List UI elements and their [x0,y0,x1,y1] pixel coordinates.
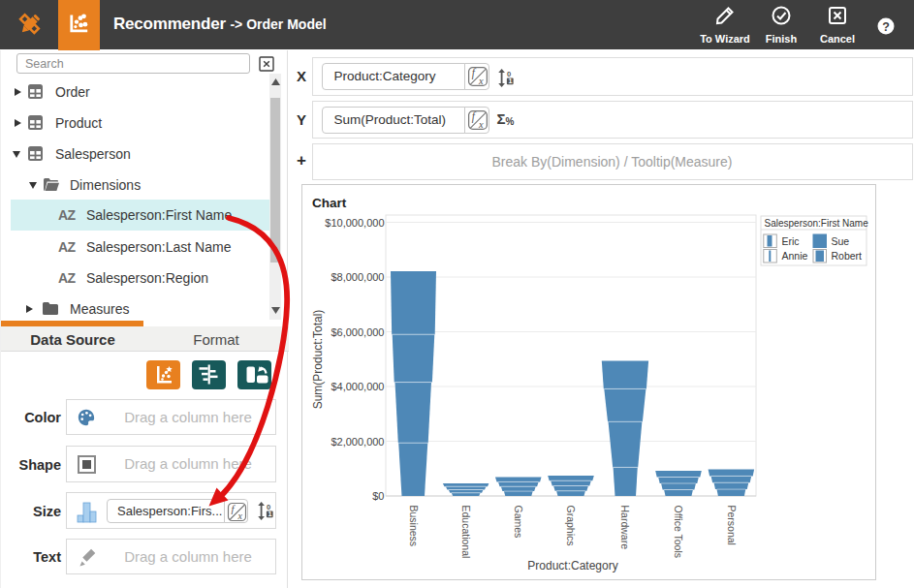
svg-text:$8,000,000: $8,000,000 [331,271,384,283]
svg-text:Salesperson:First Name: Salesperson:First Name [765,218,869,229]
svg-text:Hardware: Hardware [619,506,631,550]
svg-text:$6,000,000: $6,000,000 [331,326,384,338]
svg-text:$4,000,000: $4,000,000 [331,381,384,392]
svg-text:Robert: Robert [832,250,863,262]
svg-text:Sue: Sue [832,235,850,247]
svg-text:Annie: Annie [782,250,808,262]
svg-text:f: f [471,110,476,123]
svg-text:Chart: Chart [312,196,347,210]
svg-text:f: f [232,503,236,514]
svg-text:Product:Category: Product:Category [527,559,617,573]
svg-text:Sum(Product:Total): Sum(Product:Total) [311,310,325,410]
svg-text:Graphics: Graphics [565,506,577,546]
svg-text:Games: Games [513,506,524,539]
svg-text:?: ? [882,20,890,34]
svg-text:Business: Business [408,506,420,547]
svg-text:x: x [237,511,243,521]
svg-text:1: 1 [508,77,512,85]
svg-text:x: x [478,76,484,86]
svg-text:1: 1 [268,510,272,518]
svg-text:$0: $0 [372,490,384,502]
svg-text:Personal: Personal [726,506,738,545]
svg-text:$2,000,000: $2,000,000 [331,436,384,448]
svg-text:$10,000,000: $10,000,000 [325,217,384,229]
svg-text:x: x [478,118,484,129]
svg-text:Eric: Eric [782,235,800,247]
svg-text:Office Tools: Office Tools [673,506,684,558]
svg-text:f: f [471,67,476,79]
svg-text:Educational: Educational [460,506,472,559]
